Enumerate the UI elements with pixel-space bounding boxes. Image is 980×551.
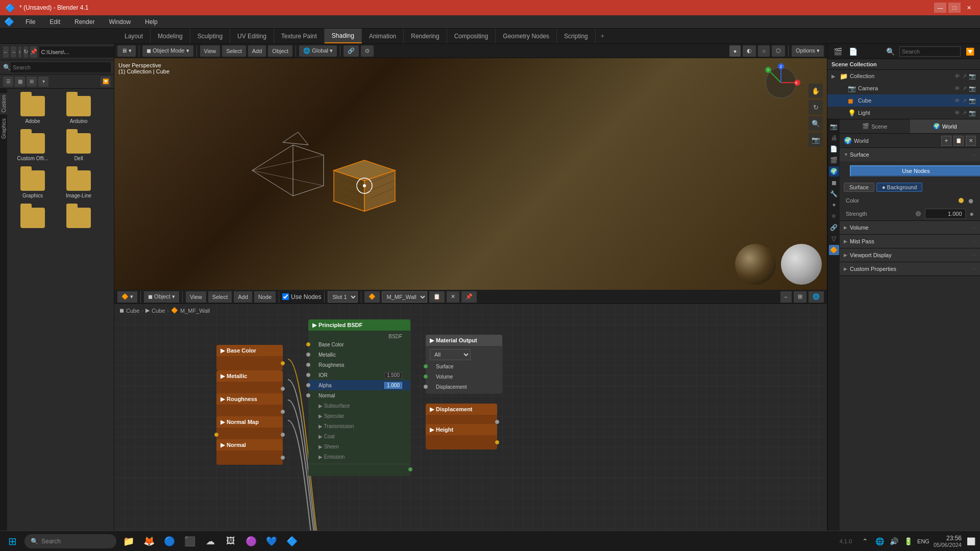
tree-vis-render[interactable]: 📷 — [969, 73, 976, 80]
tree-cube[interactable]: ◼ Cube 👁 ↗ 📷 — [827, 94, 980, 107]
proportional-button[interactable]: ⊙ — [361, 45, 374, 57]
taskbar-sound-icon[interactable]: 🔊 — [889, 536, 899, 546]
taskbar-search-bar[interactable]: 🔍 Search — [24, 534, 116, 548]
folder-empty-2[interactable] — [58, 206, 99, 232]
custom-props-header[interactable]: ▶ Custom Properties ··· — [840, 262, 980, 276]
tab-add-button[interactable]: + — [596, 29, 609, 43]
minimize-button[interactable]: — — [934, 3, 946, 13]
tab-modeling[interactable]: Modeling — [151, 29, 190, 43]
folder-image-line[interactable]: Image-Line — [58, 168, 99, 201]
prop-icon-material[interactable]: 🔶 — [829, 245, 839, 255]
taskbar-lang[interactable]: ENG — [917, 538, 929, 544]
world-copy-btn[interactable]: 📋 — [953, 136, 964, 146]
object-button[interactable]: Object — [268, 45, 292, 57]
node-add-button[interactable]: Add — [234, 291, 252, 303]
tab-shading[interactable]: Shading — [325, 29, 362, 43]
nav-bookmark-button[interactable]: 📌 — [30, 46, 37, 58]
tree-vis-select-cube[interactable]: ↗ — [962, 97, 967, 104]
node-material-sphere[interactable]: 🔶 — [364, 291, 380, 303]
sw-tab-scene[interactable]: 🎬 Scene — [840, 119, 910, 133]
snap-button[interactable]: 🔗 — [344, 45, 359, 57]
node-metallic[interactable]: ▶ Metallic — [216, 370, 283, 396]
tab-uv-editing[interactable]: UV Editing — [230, 29, 274, 43]
prop-icon-object[interactable]: ◼ — [829, 178, 839, 188]
tab-scripting[interactable]: Scripting — [557, 29, 596, 43]
node-principled-bsdf[interactable]: ▶ Principled BSDF BSDF Base Color Metall… — [308, 319, 410, 476]
taskbar-cloud[interactable]: ☁ — [202, 533, 218, 549]
file-path-input[interactable]: C:\Users\... — [39, 46, 114, 58]
nav-refresh-button[interactable]: ↻ — [23, 46, 28, 58]
world-delete-btn[interactable]: ✕ — [966, 136, 976, 146]
tree-vis-render-camera[interactable]: 📷 — [969, 85, 976, 92]
rp-filter-button[interactable]: 🔽 — [964, 45, 976, 58]
node-material-pin[interactable]: 📌 — [461, 291, 477, 303]
viewport-display-header[interactable]: ▶ Viewport Display ··· — [840, 248, 980, 262]
taskbar-up-arrow[interactable]: ⌃ — [860, 536, 870, 546]
bc-material[interactable]: M_MF_Wall — [180, 308, 210, 314]
rp-scene-icon[interactable]: 🎬 — [831, 45, 844, 58]
filter-button[interactable]: 🔽 — [101, 77, 111, 87]
taskbar-store[interactable]: 🟣 — [243, 533, 259, 549]
tree-scene-collection[interactable]: ▶ 📁 Collection 👁 ↗ 📷 — [827, 70, 980, 82]
tree-vis-select-camera[interactable]: ↗ — [962, 85, 967, 92]
taskbar-windows-icon[interactable]: ⊞ — [4, 533, 20, 549]
mist-section-header[interactable]: ▶ Mist Pass ··· — [840, 235, 980, 248]
viewport-shading-material[interactable]: ◐ — [743, 45, 756, 57]
folder-dell[interactable]: Dell — [58, 131, 99, 163]
node-editor-type-button[interactable]: 🔶 ▾ — [117, 291, 137, 303]
node-height[interactable]: ▶ Height — [426, 424, 497, 449]
rp-view-layer-icon[interactable]: 📄 — [847, 45, 859, 58]
node-normal[interactable]: ▶ Normal — [216, 439, 283, 465]
menu-edit[interactable]: Edit — [46, 17, 63, 27]
bc-cube-2[interactable]: Cube — [152, 308, 165, 314]
tab-layout[interactable]: Layout — [117, 29, 151, 43]
node-fit-view[interactable]: ⊞ — [794, 291, 806, 303]
tree-vis-eye-cube[interactable]: 👁 — [954, 97, 960, 104]
menu-help[interactable]: Help — [142, 17, 161, 27]
node-zoom-out[interactable]: − — [780, 291, 792, 303]
tree-camera[interactable]: 📷 Camera 👁 ↗ 📷 — [827, 82, 980, 94]
rp-search-button[interactable]: 🔍 — [884, 45, 896, 58]
view-mode-button[interactable]: ☰ — [3, 77, 13, 87]
world-new-btn[interactable]: + — [941, 136, 951, 146]
nav-back-button[interactable]: ← — [3, 46, 9, 58]
view-grid-button[interactable]: ⊞ — [27, 77, 37, 87]
nav-zoom-button[interactable]: 🔍 — [808, 116, 823, 131]
taskbar-show-desktop[interactable]: ⬜ — [966, 536, 976, 546]
volume-section-header[interactable]: ▶ Volume ··· — [840, 221, 980, 234]
nav-rotate-button[interactable]: ↻ — [808, 100, 823, 114]
node-material-delete[interactable]: ✕ — [447, 291, 459, 303]
tab-geometry-nodes[interactable]: Geometry Nodes — [496, 29, 557, 43]
node-normal-map[interactable]: ▶ Normal Map — [216, 416, 283, 442]
tab-sculpting[interactable]: Sculpting — [190, 29, 230, 43]
taskbar-network-icon[interactable]: 🌐 — [874, 536, 885, 546]
transform-button[interactable]: 🌐 Global ▾ — [299, 45, 337, 57]
strength-socket-button[interactable]: ● — [970, 210, 974, 218]
axis-gizmo[interactable]: X Y Z — [761, 62, 801, 103]
prop-icon-constraints[interactable]: 🔗 — [829, 222, 839, 233]
prop-icon-particles[interactable]: ✦ — [829, 200, 839, 210]
viewport-shading-wireframe[interactable]: ⬡ — [772, 45, 785, 57]
tree-light[interactable]: 💡 Light 👁 ↗ 📷 — [827, 107, 980, 119]
folder-arduino[interactable]: Arduino — [58, 94, 99, 126]
sphere-gray-preview[interactable] — [781, 244, 822, 285]
node-canvas[interactable]: ◼ Cube › ▶ Cube › 🔶 M_MF_Wall — [114, 304, 827, 536]
add-button[interactable]: Add — [248, 45, 266, 57]
use-nodes-checkbox[interactable] — [282, 293, 289, 300]
folder-graphics[interactable]: Graphics — [12, 168, 53, 201]
sidebar-tab-custom[interactable]: Custom — [0, 93, 8, 114]
maximize-button[interactable]: □ — [948, 3, 961, 13]
viewport-shading-rendered[interactable]: ○ — [758, 45, 770, 57]
node-select-button[interactable]: Select — [208, 291, 232, 303]
tab-animation[interactable]: Animation — [362, 29, 404, 43]
node-roughness[interactable]: ▶ Roughness — [216, 393, 283, 419]
options-viewport-button[interactable]: Options ▾ — [792, 45, 824, 57]
folder-adobe[interactable]: Adobe — [12, 94, 53, 126]
color-swatch[interactable] — [959, 198, 964, 203]
taskbar-firefox[interactable]: 🦊 — [141, 533, 157, 549]
tree-vis-render-light[interactable]: 📷 — [969, 110, 976, 116]
folder-empty-1[interactable] — [12, 206, 53, 232]
prop-icon-physics[interactable]: ⚛ — [829, 211, 839, 221]
menu-window[interactable]: Window — [106, 17, 134, 27]
prop-icon-data[interactable]: ▽ — [829, 234, 839, 244]
